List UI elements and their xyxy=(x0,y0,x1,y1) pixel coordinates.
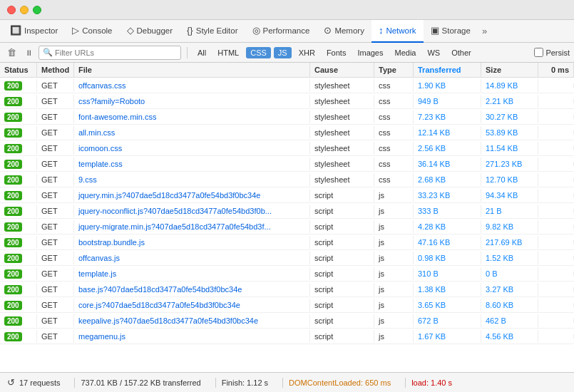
cell-type: css xyxy=(374,95,414,108)
table-row[interactable]: 200 GET core.js?407dae5d18cd3477a0fe54bd… xyxy=(0,297,574,313)
cell-time xyxy=(538,177,574,182)
file-link[interactable]: core.js?407dae5d18cd3477a0fe54bd3f0bc34e xyxy=(78,301,240,309)
file-link[interactable]: megamenu.js xyxy=(78,332,125,341)
cell-transferred: 47.16 KB xyxy=(414,236,481,249)
maximize-button[interactable] xyxy=(33,6,41,14)
file-link[interactable]: offcanvas.js xyxy=(78,254,120,262)
cell-status: 200 xyxy=(0,142,37,155)
table-row[interactable]: 200 GET all.min.css stylesheet css 12.14… xyxy=(0,125,574,140)
tab-inspector[interactable]: 🔲Inspector xyxy=(3,20,65,43)
persist-log-checkbox[interactable] xyxy=(534,48,543,57)
file-link[interactable]: all.min.css xyxy=(78,128,115,137)
table-row[interactable]: 200 GET jquery-migrate.min.js?407dae5d18… xyxy=(0,219,574,234)
cell-file[interactable]: template.js xyxy=(74,267,310,280)
cell-type: js xyxy=(374,283,414,296)
tab-debugger[interactable]: ◇Debugger xyxy=(120,20,180,43)
cell-file[interactable]: 9.css xyxy=(74,173,310,186)
table-row[interactable]: 200 GET template.css stylesheet css 36.1… xyxy=(0,156,574,172)
minimize-button[interactable] xyxy=(20,6,29,14)
cell-file[interactable]: font-awesome.min.css xyxy=(74,110,310,123)
file-link[interactable]: template.js xyxy=(78,269,116,278)
pause-recording-button[interactable]: ⏸ xyxy=(22,47,36,58)
file-link[interactable]: icomoon.css xyxy=(78,144,122,153)
tab-storage[interactable]: ▣Storage xyxy=(424,20,478,43)
reload-icon[interactable]: ↺ xyxy=(7,377,15,388)
table-row[interactable]: 200 GET keepalive.js?407dae5d18cd3477a0f… xyxy=(0,313,574,329)
status-badge: 200 xyxy=(4,316,22,326)
cell-method: GET xyxy=(37,126,74,139)
table-body: 200 GET offcanvas.css stylesheet css 1.9… xyxy=(0,78,574,344)
status-badge: 200 xyxy=(4,81,22,91)
table-row[interactable]: 200 GET icomoon.css stylesheet css 2.56 … xyxy=(0,140,574,156)
filter-btn-images[interactable]: Images xyxy=(353,47,387,58)
cell-file[interactable]: bootstrap.bundle.js xyxy=(74,236,310,249)
cell-method: GET xyxy=(37,173,74,186)
filter-btn-css[interactable]: CSS xyxy=(246,47,271,58)
file-link[interactable]: jquery-noconflict.js?407dae5d18cd3477a0f… xyxy=(78,207,272,215)
table-row[interactable]: 200 GET megamenu.js script js 1.67 KB 4.… xyxy=(0,329,574,344)
cell-size: 0 B xyxy=(481,267,538,280)
cell-method: GET xyxy=(37,314,74,327)
file-link[interactable]: font-awesome.min.css xyxy=(78,113,156,121)
table-row[interactable]: 200 GET jquery-noconflict.js?407dae5d18c… xyxy=(0,203,574,219)
tab-console[interactable]: ▷Console xyxy=(65,20,119,43)
more-tabs-button[interactable]: » xyxy=(478,23,491,39)
filter-btn-ws[interactable]: WS xyxy=(423,47,444,58)
cell-type: js xyxy=(374,252,414,264)
cell-file[interactable]: all.min.css xyxy=(74,126,310,139)
cell-time xyxy=(538,115,574,119)
file-link[interactable]: 9.css xyxy=(78,175,97,184)
table-row[interactable]: 200 GET template.js script js 310 B 0 B xyxy=(0,266,574,282)
cell-file[interactable]: jquery-migrate.min.js?407dae5d18cd3477a0… xyxy=(74,220,310,233)
table-row[interactable]: 200 GET base.js?407dae5d18cd3477a0fe54bd… xyxy=(0,282,574,297)
file-link[interactable]: keepalive.js?407dae5d18cd3477a0fe54bd3f0… xyxy=(78,316,258,325)
filter-btn-media[interactable]: Media xyxy=(390,47,420,58)
tab-style-editor[interactable]: {}Style Editor xyxy=(180,20,245,43)
table-row[interactable]: 200 GET font-awesome.min.css stylesheet … xyxy=(0,109,574,125)
cell-file[interactable]: css?family=Roboto xyxy=(74,95,310,108)
cell-file[interactable]: jquery-noconflict.js?407dae5d18cd3477a0f… xyxy=(74,205,310,217)
filter-btn-xhr[interactable]: XHR xyxy=(294,47,319,58)
close-button[interactable] xyxy=(7,6,16,14)
filter-btn-other[interactable]: Other xyxy=(447,47,476,58)
cell-file[interactable]: keepalive.js?407dae5d18cd3477a0fe54bd3f0… xyxy=(74,314,310,327)
clear-requests-button[interactable]: 🗑 xyxy=(4,46,19,59)
file-link[interactable]: css?family=Roboto xyxy=(78,97,145,105)
filter-btn-all[interactable]: All xyxy=(193,47,210,58)
cell-file[interactable]: offcanvas.css xyxy=(74,79,310,92)
cell-file[interactable]: megamenu.js xyxy=(74,330,310,343)
table-row[interactable]: 200 GET css?family=Roboto stylesheet css… xyxy=(0,93,574,109)
table-row[interactable]: 200 GET 9.css stylesheet css 2.68 KB 12.… xyxy=(0,172,574,187)
cell-file[interactable]: offcanvas.js xyxy=(74,252,310,264)
file-link[interactable]: template.css xyxy=(78,160,123,168)
status-badge: 200 xyxy=(4,238,22,247)
cell-status: 200 xyxy=(0,189,37,202)
storage-icon: ▣ xyxy=(431,25,439,36)
cell-type: css xyxy=(374,173,414,186)
tab-performance[interactable]: ◎Performance xyxy=(245,20,317,43)
tab-memory[interactable]: ⊙Memory xyxy=(317,20,371,43)
cell-file[interactable]: base.js?407dae5d18cd3477a0fe54bd3f0bc34e xyxy=(74,283,310,296)
table-row[interactable]: 200 GET offcanvas.css stylesheet css 1.9… xyxy=(0,78,574,93)
cell-file[interactable]: template.css xyxy=(74,158,310,170)
filter-btn-js[interactable]: JS xyxy=(274,47,292,58)
table-row[interactable]: 200 GET offcanvas.js script js 0.98 KB 1… xyxy=(0,250,574,266)
file-link[interactable]: jquery-migrate.min.js?407dae5d18cd3477a0… xyxy=(78,222,271,231)
file-link[interactable]: offcanvas.css xyxy=(78,81,125,90)
file-link[interactable]: bootstrap.bundle.js xyxy=(78,238,145,247)
cell-file[interactable]: core.js?407dae5d18cd3477a0fe54bd3f0bc34e xyxy=(74,299,310,311)
sep3 xyxy=(282,378,283,388)
table-row[interactable]: 200 GET jquery.min.js?407dae5d18cd3477a0… xyxy=(0,187,574,203)
status-badge: 200 xyxy=(4,144,22,153)
cell-file[interactable]: jquery.min.js?407dae5d18cd3477a0fe54bd3f… xyxy=(74,189,310,202)
cell-transferred: 310 B xyxy=(414,267,481,280)
file-link[interactable]: base.js?407dae5d18cd3477a0fe54bd3f0bc34e xyxy=(78,285,242,294)
cell-cause: stylesheet xyxy=(310,158,374,170)
filter-btn-fonts[interactable]: Fonts xyxy=(322,47,351,58)
filter-url-input[interactable] xyxy=(55,48,177,57)
filter-btn-html[interactable]: HTML xyxy=(213,47,243,58)
cell-file[interactable]: icomoon.css xyxy=(74,142,310,155)
file-link[interactable]: jquery.min.js?407dae5d18cd3477a0fe54bd3f… xyxy=(78,191,260,200)
tab-network[interactable]: ↕Network xyxy=(371,20,424,43)
table-row[interactable]: 200 GET bootstrap.bundle.js script js 47… xyxy=(0,234,574,250)
